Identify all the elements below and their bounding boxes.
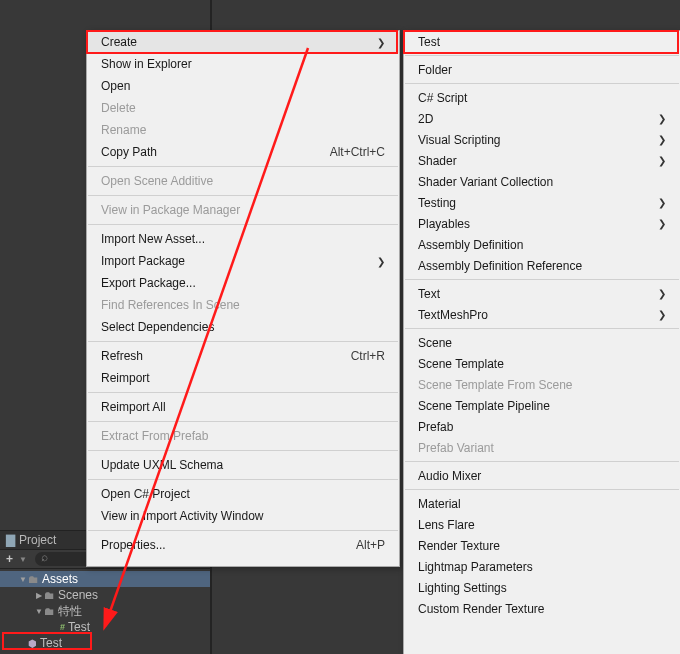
menu-item-scene-template-pipeline[interactable]: Scene Template Pipeline [404, 395, 680, 416]
menu-item-render-texture[interactable]: Render Texture [404, 535, 680, 556]
tree-label: 特性 [58, 603, 82, 620]
menu-item-folder[interactable]: Folder [404, 59, 680, 80]
menu-item-shader[interactable]: Shader❯ [404, 150, 680, 171]
menu-item-lens-flare[interactable]: Lens Flare [404, 514, 680, 535]
menu-item-csharp-script[interactable]: C# Script [404, 87, 680, 108]
menu-item-reimport[interactable]: Reimport [87, 367, 399, 389]
menu-separator [88, 530, 398, 531]
menu-item-test[interactable]: Test [404, 31, 680, 52]
menu-label: Scene Template Pipeline [418, 399, 666, 413]
menu-label: Assembly Definition [418, 238, 666, 252]
menu-label: Shader Variant Collection [418, 175, 666, 189]
menu-label: Select Dependencies [101, 320, 385, 334]
menu-item-lightmap-parameters[interactable]: Lightmap Parameters [404, 556, 680, 577]
menu-label: Lightmap Parameters [418, 560, 666, 574]
menu-label: C# Script [418, 91, 666, 105]
menu-item-extract-prefab: Extract From Prefab [87, 425, 399, 447]
folder-icon: 🖿 [44, 605, 55, 617]
menu-item-reimport-all[interactable]: Reimport All [87, 396, 399, 418]
tree-label: Assets [42, 572, 78, 586]
submenu-arrow-icon: ❯ [369, 256, 385, 267]
tree-item-test-script[interactable]: # Test [0, 619, 210, 635]
menu-separator [405, 489, 679, 490]
tree-item-assets[interactable]: ▼ 🖿 Assets [0, 571, 210, 587]
menu-label: Extract From Prefab [101, 429, 385, 443]
submenu-arrow-icon: ❯ [650, 113, 666, 124]
menu-item-testing[interactable]: Testing❯ [404, 192, 680, 213]
menu-label: Update UXML Schema [101, 458, 385, 472]
menu-separator [88, 224, 398, 225]
menu-item-select-dependencies[interactable]: Select Dependencies [87, 316, 399, 338]
submenu-arrow-icon: ❯ [650, 155, 666, 166]
menu-label: View in Import Activity Window [101, 509, 385, 523]
submenu-arrow-icon: ❯ [650, 288, 666, 299]
create-submenu: Test Folder C# Script 2D❯ Visual Scripti… [403, 30, 680, 654]
menu-label: Find References In Scene [101, 298, 385, 312]
csharp-icon: # [60, 622, 65, 632]
menu-separator [405, 328, 679, 329]
menu-item-copy-path[interactable]: Copy Path Alt+Ctrl+C [87, 141, 399, 163]
tree-label: Test [40, 636, 62, 650]
menu-item-open[interactable]: Open [87, 75, 399, 97]
menu-item-open-csharp-project[interactable]: Open C# Project [87, 483, 399, 505]
menu-item-show-in-explorer[interactable]: Show in Explorer [87, 53, 399, 75]
tree-label: Test [68, 620, 90, 634]
project-icon: ▇ [6, 533, 15, 547]
menu-item-export-package[interactable]: Export Package... [87, 272, 399, 294]
menu-item-textmeshpro[interactable]: TextMeshPro❯ [404, 304, 680, 325]
menu-item-scene-template[interactable]: Scene Template [404, 353, 680, 374]
menu-item-visual-scripting[interactable]: Visual Scripting❯ [404, 129, 680, 150]
menu-label: Scene [418, 336, 666, 350]
add-dropdown-icon[interactable]: ▼ [19, 555, 31, 564]
menu-label: Testing [418, 196, 650, 210]
menu-item-import-new-asset[interactable]: Import New Asset... [87, 228, 399, 250]
scriptable-icon: ⬢ [28, 638, 37, 649]
menu-item-open-scene-additive: Open Scene Additive [87, 170, 399, 192]
menu-item-audio-mixer[interactable]: Audio Mixer [404, 465, 680, 486]
menu-item-material[interactable]: Material [404, 493, 680, 514]
menu-item-playables[interactable]: Playables❯ [404, 213, 680, 234]
menu-label: Open Scene Additive [101, 174, 385, 188]
tree-item-scenes[interactable]: ▶ 🖿 Scenes [0, 587, 210, 603]
shortcut-label: Alt+Ctrl+C [330, 145, 385, 159]
menu-label: Custom Render Texture [418, 602, 666, 616]
menu-item-2d[interactable]: 2D❯ [404, 108, 680, 129]
tree-item-test-asset[interactable]: ⬢ Test [0, 635, 210, 651]
menu-separator [88, 421, 398, 422]
menu-item-custom-render-texture[interactable]: Custom Render Texture [404, 598, 680, 619]
menu-item-import-package[interactable]: Import Package ❯ [87, 250, 399, 272]
menu-item-view-import-activity[interactable]: View in Import Activity Window [87, 505, 399, 527]
collapse-arrow-icon: ▶ [34, 591, 44, 600]
menu-label: Text [418, 287, 650, 301]
menu-separator [405, 461, 679, 462]
project-tab-label: Project [19, 533, 56, 547]
menu-label: Prefab Variant [418, 441, 666, 455]
menu-item-update-uxml[interactable]: Update UXML Schema [87, 454, 399, 476]
menu-item-find-references: Find References In Scene [87, 294, 399, 316]
menu-item-prefab-variant: Prefab Variant [404, 437, 680, 458]
add-button[interactable]: + [0, 552, 19, 566]
menu-item-refresh[interactable]: Refresh Ctrl+R [87, 345, 399, 367]
menu-item-prefab[interactable]: Prefab [404, 416, 680, 437]
menu-item-assembly-definition-ref[interactable]: Assembly Definition Reference [404, 255, 680, 276]
menu-label: Create [101, 35, 369, 49]
menu-separator [405, 55, 679, 56]
menu-label: Scene Template From Scene [418, 378, 666, 392]
menu-label: Prefab [418, 420, 666, 434]
menu-label: Assembly Definition Reference [418, 259, 666, 273]
menu-item-text[interactable]: Text❯ [404, 283, 680, 304]
menu-item-rename: Rename [87, 119, 399, 141]
menu-item-create[interactable]: Create ❯ [87, 31, 399, 53]
menu-item-scene-template-from-scene: Scene Template From Scene [404, 374, 680, 395]
menu-item-shader-variant[interactable]: Shader Variant Collection [404, 171, 680, 192]
menu-label: Playables [418, 217, 650, 231]
menu-item-lighting-settings[interactable]: Lighting Settings [404, 577, 680, 598]
menu-item-assembly-definition[interactable]: Assembly Definition [404, 234, 680, 255]
expand-arrow-icon: ▼ [18, 575, 28, 584]
folder-icon: 🖿 [44, 589, 55, 601]
menu-separator [88, 392, 398, 393]
menu-item-properties[interactable]: Properties... Alt+P [87, 534, 399, 556]
tree-item-tex[interactable]: ▼ 🖿 特性 [0, 603, 210, 619]
menu-item-scene[interactable]: Scene [404, 332, 680, 353]
menu-label: Delete [101, 101, 385, 115]
